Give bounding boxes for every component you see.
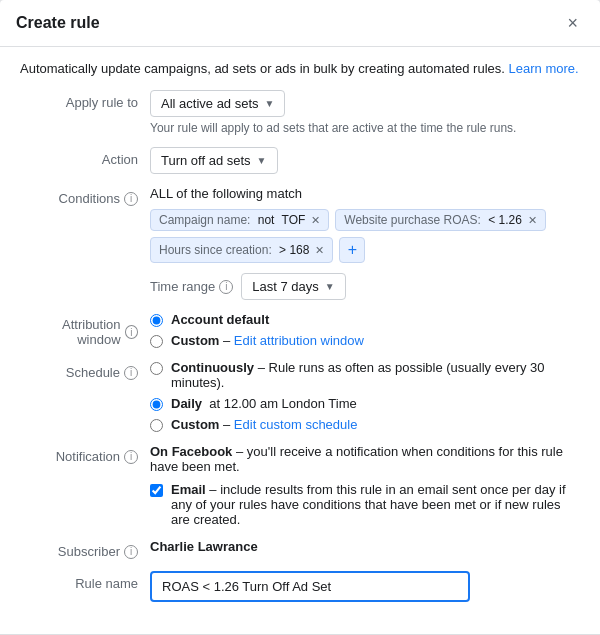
rule-name-row: Rule name	[20, 571, 580, 602]
subscriber-label: Subscriber i	[20, 539, 150, 559]
schedule-info-icon: i	[124, 366, 138, 380]
notification-main-text: On Facebook – you'll receive a notificat…	[150, 444, 580, 474]
subscriber-row: Subscriber i Charlie Lawrance	[20, 539, 580, 559]
edit-schedule-link[interactable]: Edit custom schedule	[234, 417, 358, 432]
notification-email-checkbox[interactable]	[150, 484, 163, 497]
time-range-arrow-icon: ▼	[325, 281, 335, 292]
apply-rule-row: Apply rule to All active ad sets ▼ Your …	[20, 90, 580, 135]
rule-name-input[interactable]	[150, 571, 470, 602]
action-label: Action	[20, 147, 150, 167]
modal-title: Create rule	[16, 14, 100, 32]
tag-hours: Hours since creation: > 168 ✕	[150, 237, 333, 263]
notification-content: On Facebook – you'll receive a notificat…	[150, 444, 580, 527]
add-condition-button[interactable]: +	[339, 237, 365, 263]
tag-hours-close-icon[interactable]: ✕	[315, 244, 324, 257]
attribution-label: Attribution window i	[20, 312, 150, 347]
notification-label: Notification i	[20, 444, 150, 464]
action-arrow-icon: ▼	[257, 155, 267, 166]
schedule-custom-radio[interactable]	[150, 419, 163, 432]
time-range-info-icon: i	[219, 280, 233, 294]
description-text: Automatically update campaigns, ad sets …	[20, 61, 580, 76]
create-rule-modal: Create rule × Automatically update campa…	[0, 0, 600, 635]
subscriber-info-icon: i	[124, 545, 138, 559]
tag-roas: Website purchase ROAS: < 1.26 ✕	[335, 209, 546, 231]
attribution-custom: Custom – Edit attribution window	[150, 333, 580, 348]
conditions-content: ALL of the following match Campaign name…	[150, 186, 580, 300]
attribution-radio-group: Account default Custom – Edit attributio…	[150, 312, 580, 348]
attribution-custom-radio[interactable]	[150, 335, 163, 348]
schedule-daily: Daily at 12.00 am London Time	[150, 396, 580, 411]
schedule-radio-group: Continuously – Rule runs as often as pos…	[150, 360, 580, 432]
time-range-label: Time range i	[150, 279, 233, 294]
schedule-continuously-radio[interactable]	[150, 362, 163, 375]
close-button[interactable]: ×	[561, 12, 584, 34]
learn-more-link[interactable]: Learn more.	[509, 61, 579, 76]
schedule-row: Schedule i Continuously – Rule runs as o…	[20, 360, 580, 432]
subscriber-name: Charlie Lawrance	[150, 539, 258, 554]
conditions-header: ALL of the following match	[150, 186, 580, 201]
attribution-info-icon: i	[125, 325, 138, 339]
rule-name-label: Rule name	[20, 571, 150, 591]
apply-rule-arrow-icon: ▼	[265, 98, 275, 109]
attribution-row: Attribution window i Account default Cus…	[20, 312, 580, 348]
time-range-row: Time range i Last 7 days ▼	[150, 273, 580, 300]
notification-info-icon: i	[124, 450, 138, 464]
apply-rule-content: All active ad sets ▼ Your rule will appl…	[150, 90, 580, 135]
conditions-tags: Campaign name: not TOF ✕ Website purchas…	[150, 209, 580, 263]
modal-body: Automatically update campaigns, ad sets …	[0, 47, 600, 624]
rule-name-content	[150, 571, 580, 602]
tag-campaign-close-icon[interactable]: ✕	[311, 214, 320, 227]
modal-header: Create rule ×	[0, 0, 600, 47]
notification-row: Notification i On Facebook – you'll rece…	[20, 444, 580, 527]
attribution-account-default: Account default	[150, 312, 580, 327]
tag-campaign-name: Campaign name: not TOF ✕	[150, 209, 329, 231]
schedule-daily-radio[interactable]	[150, 398, 163, 411]
time-range-dropdown[interactable]: Last 7 days ▼	[241, 273, 345, 300]
schedule-custom: Custom – Edit custom schedule	[150, 417, 580, 432]
conditions-row: Conditions i ALL of the following match …	[20, 186, 580, 300]
schedule-label: Schedule i	[20, 360, 150, 380]
notification-email-item: Email – include results from this rule i…	[150, 482, 580, 527]
attribution-account-default-radio[interactable]	[150, 314, 163, 327]
action-row: Action Turn off ad sets ▼	[20, 147, 580, 174]
action-dropdown[interactable]: Turn off ad sets ▼	[150, 147, 278, 174]
action-content: Turn off ad sets ▼	[150, 147, 580, 174]
apply-rule-hint: Your rule will apply to ad sets that are…	[150, 121, 580, 135]
apply-rule-label: Apply rule to	[20, 90, 150, 110]
tag-roas-close-icon[interactable]: ✕	[528, 214, 537, 227]
schedule-continuously: Continuously – Rule runs as often as pos…	[150, 360, 580, 390]
edit-attribution-link[interactable]: Edit attribution window	[234, 333, 364, 348]
subscriber-content: Charlie Lawrance	[150, 539, 580, 554]
conditions-label: Conditions i	[20, 186, 150, 206]
conditions-info-icon: i	[124, 192, 138, 206]
attribution-content: Account default Custom – Edit attributio…	[150, 312, 580, 348]
schedule-content: Continuously – Rule runs as often as pos…	[150, 360, 580, 432]
apply-rule-dropdown[interactable]: All active ad sets ▼	[150, 90, 285, 117]
